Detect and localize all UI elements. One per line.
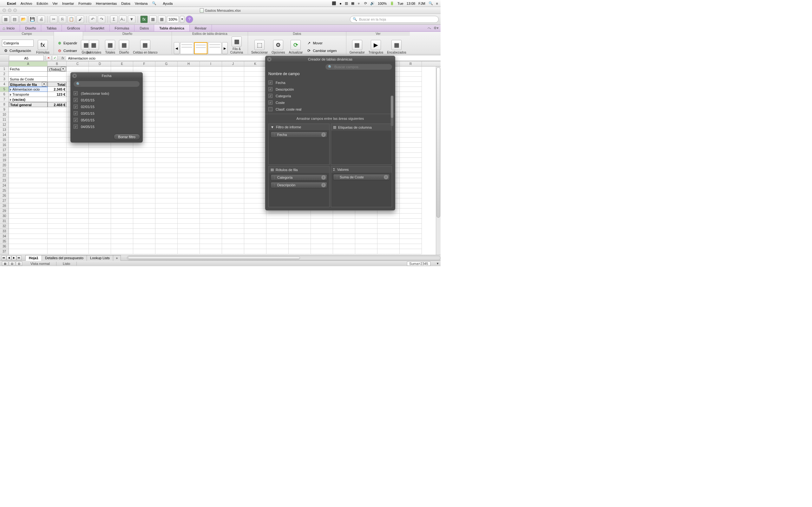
tab-formulas[interactable]: Fórmulas <box>110 25 135 32</box>
cell[interactable] <box>200 107 222 112</box>
cell[interactable] <box>67 199 89 204</box>
cell[interactable] <box>311 229 333 234</box>
cell[interactable] <box>177 97 200 102</box>
row-header[interactable]: 15 <box>0 137 9 143</box>
cell[interactable] <box>289 229 311 234</box>
row-header[interactable]: 24 <box>0 183 9 188</box>
cell[interactable] <box>111 66 133 72</box>
cell[interactable] <box>355 249 377 254</box>
cell[interactable] <box>48 122 67 127</box>
cell[interactable] <box>111 183 133 188</box>
cell[interactable] <box>400 82 422 87</box>
cell[interactable] <box>177 199 200 204</box>
cell[interactable] <box>244 72 266 77</box>
tab-revisar[interactable]: Revisar <box>190 25 212 32</box>
cell[interactable] <box>200 229 222 234</box>
cell[interactable] <box>177 92 200 97</box>
cell[interactable] <box>244 143 266 148</box>
cell[interactable] <box>266 239 289 244</box>
cell[interactable] <box>67 204 89 209</box>
cell[interactable] <box>200 127 222 132</box>
cell[interactable] <box>133 163 155 168</box>
view-layout-button[interactable]: ▤ <box>9 262 15 266</box>
cell[interactable] <box>48 132 67 137</box>
cell[interactable] <box>67 66 89 72</box>
cell[interactable] <box>89 178 111 183</box>
cell[interactable] <box>9 127 48 132</box>
vertical-scrollbar[interactable] <box>436 66 441 255</box>
cell[interactable] <box>155 127 177 132</box>
filter-button[interactable]: ▼ <box>128 15 136 23</box>
cell[interactable] <box>244 148 266 153</box>
cell[interactable] <box>155 188 177 193</box>
cell[interactable] <box>155 137 177 143</box>
cell[interactable] <box>67 188 89 193</box>
cell[interactable] <box>133 219 155 224</box>
tab-datos[interactable]: Datos <box>135 25 154 32</box>
cell[interactable] <box>9 178 48 183</box>
paste-button[interactable]: 📋 <box>67 15 75 23</box>
cell[interactable] <box>200 87 222 92</box>
change-source-button[interactable]: ⟳Cambiar origen <box>305 47 338 54</box>
cell[interactable] <box>244 209 266 214</box>
row-header[interactable]: 16 <box>0 143 9 148</box>
menu-ayuda[interactable]: Ayuda <box>163 2 172 5</box>
cell[interactable] <box>155 244 177 249</box>
row-header[interactable]: 32 <box>0 224 9 229</box>
cell[interactable] <box>67 173 89 178</box>
cell[interactable] <box>200 137 222 143</box>
cell[interactable] <box>155 97 177 102</box>
cell[interactable] <box>67 214 89 219</box>
row-header[interactable]: 22 <box>0 173 9 178</box>
cell[interactable] <box>155 214 177 219</box>
cell[interactable] <box>155 178 177 183</box>
field-item[interactable]: Fecha <box>268 79 389 86</box>
cell[interactable] <box>244 82 266 87</box>
cell[interactable] <box>333 244 355 249</box>
cell[interactable] <box>67 193 89 199</box>
cell[interactable] <box>89 158 111 163</box>
cell[interactable] <box>9 137 48 143</box>
cell[interactable] <box>333 249 355 254</box>
cell[interactable] <box>67 229 89 234</box>
cell[interactable] <box>89 168 111 173</box>
cell[interactable] <box>200 209 222 214</box>
cancel-edit-button[interactable]: ✕ <box>46 55 51 61</box>
column-header[interactable]: B <box>48 61 67 66</box>
cell[interactable] <box>177 148 200 153</box>
cell[interactable] <box>9 153 48 158</box>
row-header[interactable]: 1 <box>0 66 9 72</box>
cell[interactable] <box>222 249 244 254</box>
cell[interactable] <box>133 239 155 244</box>
cell[interactable] <box>400 249 422 254</box>
cell[interactable] <box>244 249 266 254</box>
cell[interactable] <box>400 204 422 209</box>
cell[interactable] <box>9 199 48 204</box>
cell[interactable] <box>222 199 244 204</box>
save-button[interactable]: 💾 <box>29 15 36 23</box>
cell[interactable] <box>377 249 400 254</box>
cell[interactable] <box>9 173 48 178</box>
cell[interactable] <box>67 148 89 153</box>
spotlight-icon[interactable]: 🔍 <box>152 1 158 5</box>
cell[interactable] <box>200 66 222 72</box>
column-header[interactable]: K <box>244 61 266 66</box>
cell[interactable] <box>67 168 89 173</box>
cell[interactable] <box>111 239 133 244</box>
cell[interactable] <box>244 199 266 204</box>
config-button[interactable]: ⚙Configuración <box>2 47 34 54</box>
battery-icon[interactable]: 🔋 <box>390 1 394 5</box>
cell[interactable] <box>400 178 422 183</box>
select-all-corner[interactable] <box>0 61 9 66</box>
filter-item[interactable]: 02/01/15 <box>73 103 140 110</box>
cell[interactable] <box>400 107 422 112</box>
style-prev[interactable]: ◀ <box>174 42 180 54</box>
column-header[interactable]: J <box>222 61 244 66</box>
cell[interactable] <box>400 244 422 249</box>
cell[interactable] <box>9 132 48 137</box>
cell[interactable] <box>155 158 177 163</box>
templates-button[interactable]: ▤ <box>11 15 18 23</box>
cell[interactable] <box>48 148 67 153</box>
cell[interactable] <box>48 153 67 158</box>
field-item[interactable]: Categoría <box>268 93 389 99</box>
